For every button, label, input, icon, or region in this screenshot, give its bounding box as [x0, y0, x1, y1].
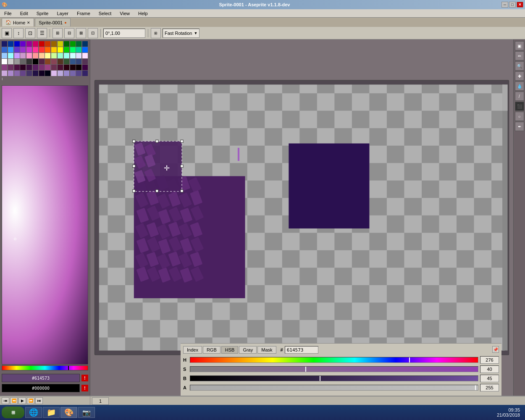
palette-cell[interactable] — [26, 65, 32, 70]
palette-cell[interactable] — [58, 59, 63, 64]
palette-cell[interactable] — [58, 41, 63, 47]
select-tool-button[interactable]: ▣ — [2, 28, 12, 38]
palette-cell[interactable] — [2, 71, 7, 76]
palette-cell[interactable] — [82, 47, 88, 52]
palette-cell[interactable] — [45, 53, 50, 58]
background-warning-button[interactable]: ! — [81, 385, 88, 391]
palette-cell[interactable] — [14, 71, 20, 76]
menu-frame[interactable]: Frame — [74, 10, 93, 17]
palette-cell[interactable] — [8, 71, 13, 76]
taskbar-media-icon[interactable]: 📷 — [78, 407, 95, 418]
taskbar-browser-icon[interactable]: 🌐 — [25, 407, 42, 418]
right-tool-1[interactable]: ▣ — [515, 41, 524, 50]
palette-cell[interactable] — [64, 47, 69, 52]
palette-cell[interactable] — [51, 53, 57, 58]
palette-cell[interactable] — [39, 53, 45, 58]
pin-button[interactable]: 📌 — [492, 346, 499, 353]
palette-cell[interactable] — [20, 41, 26, 47]
palette-cell[interactable] — [82, 71, 88, 76]
color-tab-mask[interactable]: Mask — [257, 346, 276, 354]
color-tab-index[interactable]: Index — [183, 346, 202, 354]
palette-cell[interactable] — [70, 41, 76, 47]
palette-cell[interactable] — [51, 59, 57, 64]
foreground-warning-button[interactable]: ! — [81, 375, 88, 381]
pixel-grid-button[interactable]: ⊞ — [151, 28, 161, 38]
s-value[interactable]: 40 — [480, 365, 499, 373]
right-tool-zoom[interactable]: 🔍 — [515, 61, 524, 71]
palette-cell[interactable] — [70, 65, 76, 70]
menu-tool-button[interactable]: ☰ — [37, 28, 47, 38]
palette-cell[interactable] — [26, 59, 32, 64]
palette-cell[interactable] — [20, 53, 26, 58]
hex-input[interactable] — [285, 346, 318, 354]
anim-last-button[interactable]: ⏭ — [35, 397, 43, 404]
frame-num-1[interactable]: 1 — [92, 397, 109, 405]
picker-dot[interactable] — [14, 238, 16, 240]
selection-add-button[interactable]: ⊟ — [64, 28, 74, 38]
palette-cell[interactable] — [2, 41, 7, 47]
palette-cell[interactable] — [51, 71, 57, 76]
palette-cell[interactable] — [33, 41, 38, 47]
palette-cell[interactable] — [64, 71, 69, 76]
menu-sprite[interactable]: Sprite — [34, 10, 51, 17]
palette-cell[interactable] — [2, 59, 7, 64]
palette-cell[interactable] — [82, 41, 88, 47]
palette-cell[interactable] — [26, 47, 32, 52]
palette-cell[interactable] — [8, 41, 13, 47]
a-value[interactable]: 255 — [480, 384, 499, 391]
palette-cell[interactable] — [8, 53, 13, 58]
a-slider-track[interactable] — [190, 385, 478, 391]
close-button[interactable]: ✕ — [517, 2, 523, 8]
menu-layer[interactable]: Layer — [54, 10, 71, 17]
color-tab-rgb[interactable]: RGB — [203, 346, 220, 354]
palette-cell[interactable] — [33, 53, 38, 58]
right-tool-crosshair[interactable]: ✚ — [515, 71, 524, 81]
palette-cell[interactable] — [14, 59, 20, 64]
tab-home-close[interactable]: ✕ — [27, 21, 30, 25]
palette-cell[interactable] — [33, 59, 38, 64]
anim-next-button[interactable]: ⏩ — [27, 397, 34, 404]
color-gradient[interactable] — [2, 85, 88, 365]
palette-cell[interactable] — [76, 47, 81, 52]
palette-cell[interactable] — [82, 53, 88, 58]
palette-cell[interactable] — [58, 65, 63, 70]
palette-cell[interactable] — [51, 41, 57, 47]
minimize-button[interactable]: ─ — [501, 2, 508, 8]
palette-cell[interactable] — [14, 53, 20, 58]
palette-cell[interactable] — [70, 47, 76, 52]
palette-cell[interactable] — [64, 41, 69, 47]
taskbar-aseprite-icon[interactable]: 🎨 — [60, 407, 77, 418]
palette-cell[interactable] — [39, 47, 45, 52]
palette-cell[interactable] — [20, 65, 26, 70]
h-value[interactable]: 276 — [480, 356, 499, 364]
palette-cell[interactable] — [20, 59, 26, 64]
palette-cell[interactable] — [33, 71, 38, 76]
anim-first-button[interactable]: ⏮ — [2, 397, 9, 404]
menu-help[interactable]: Help — [136, 10, 150, 17]
palette-cell[interactable] — [70, 59, 76, 64]
palette-cell[interactable] — [76, 59, 81, 64]
background-swatch[interactable]: #000000 — [2, 384, 80, 392]
color-tab-gray[interactable]: Gray — [239, 346, 257, 354]
palette-cell[interactable] — [64, 53, 69, 58]
crop-tool-button[interactable]: ⊡ — [25, 28, 35, 38]
palette-cell[interactable] — [26, 41, 32, 47]
palette-cell[interactable] — [76, 65, 81, 70]
palette-cell[interactable] — [8, 59, 13, 64]
palette-cell[interactable] — [70, 53, 76, 58]
color-tab-hsb[interactable]: HSB — [221, 346, 239, 354]
palette-cell[interactable] — [64, 59, 69, 64]
palette-cell[interactable] — [58, 53, 63, 58]
h-slider-track[interactable] — [190, 357, 478, 363]
palette-cell[interactable] — [45, 47, 50, 52]
palette-cell[interactable] — [76, 41, 81, 47]
palette-cell[interactable] — [58, 47, 63, 52]
tab-sprite[interactable]: Sprite-0001 ● — [35, 18, 70, 26]
palette-cell[interactable] — [45, 71, 50, 76]
palette-cell[interactable] — [45, 65, 50, 70]
palette-cell[interactable] — [8, 47, 13, 52]
palette-cell[interactable] — [76, 53, 81, 58]
tab-sprite-close[interactable]: ● — [64, 21, 66, 25]
palette-cell[interactable] — [39, 59, 45, 64]
palette-cell[interactable] — [33, 65, 38, 70]
